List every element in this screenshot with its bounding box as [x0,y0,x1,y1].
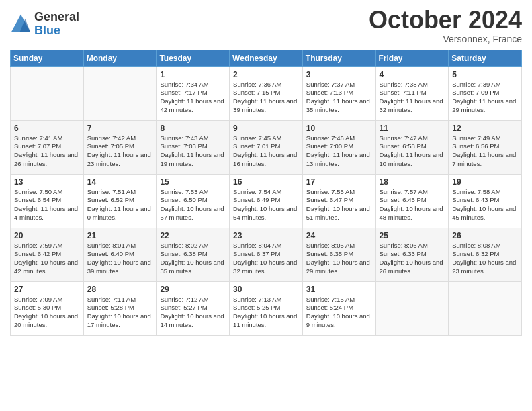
calendar-cell: 15Sunrise: 7:53 AM Sunset: 6:50 PM Dayli… [157,174,230,228]
calendar-header: Sunday Monday Tuesday Wednesday Thursday… [11,50,522,66]
day-info: Sunrise: 7:37 AM Sunset: 7:13 PM Dayligh… [306,81,372,115]
day-number: 22 [160,231,226,240]
logo: General Blue [10,11,79,38]
day-info: Sunrise: 7:34 AM Sunset: 7:17 PM Dayligh… [160,81,226,115]
day-number: 14 [87,177,153,187]
day-info: Sunrise: 7:39 AM Sunset: 7:09 PM Dayligh… [452,81,518,115]
day-info: Sunrise: 7:36 AM Sunset: 7:15 PM Dayligh… [233,81,299,115]
calendar-cell: 2Sunrise: 7:36 AM Sunset: 7:15 PM Daylig… [230,66,303,120]
calendar-cell: 13Sunrise: 7:50 AM Sunset: 6:54 PM Dayli… [11,174,84,228]
calendar-cell: 14Sunrise: 7:51 AM Sunset: 6:52 PM Dayli… [83,174,157,228]
day-info: Sunrise: 7:41 AM Sunset: 7:07 PM Dayligh… [14,134,80,169]
header-friday: Friday [375,50,449,66]
logo-blue-text: Blue [34,24,79,38]
day-number: 30 [233,285,299,294]
day-info: Sunrise: 7:53 AM Sunset: 6:50 PM Dayligh… [160,188,226,222]
logo-text: General Blue [34,11,79,38]
calendar-cell: 9Sunrise: 7:45 AM Sunset: 7:01 PM Daylig… [230,120,303,174]
day-info: Sunrise: 8:01 AM Sunset: 6:40 PM Dayligh… [87,242,153,276]
day-number: 25 [380,231,445,240]
day-number: 2 [233,70,299,79]
calendar-cell: 28Sunrise: 7:11 AM Sunset: 5:28 PM Dayli… [83,281,157,335]
calendar-week-2: 6Sunrise: 7:41 AM Sunset: 7:07 PM Daylig… [11,120,522,174]
day-number: 21 [87,231,153,240]
page: General Blue October 2024 Versonnex, Fra… [0,0,532,411]
day-number: 10 [306,124,372,133]
day-info: Sunrise: 7:59 AM Sunset: 6:42 PM Dayligh… [14,242,80,276]
header-wednesday: Wednesday [230,50,303,66]
calendar-cell: 3Sunrise: 7:37 AM Sunset: 7:13 PM Daylig… [302,66,375,120]
day-number: 5 [452,70,518,79]
title-section: October 2024 Versonnex, France [369,7,522,44]
calendar-cell [83,66,157,120]
day-info: Sunrise: 7:54 AM Sunset: 6:49 PM Dayligh… [233,188,299,222]
day-info: Sunrise: 7:47 AM Sunset: 6:58 PM Dayligh… [380,134,445,169]
day-info: Sunrise: 7:38 AM Sunset: 7:11 PM Dayligh… [380,81,445,115]
day-info: Sunrise: 7:15 AM Sunset: 5:24 PM Dayligh… [306,295,372,330]
day-info: Sunrise: 7:50 AM Sunset: 6:54 PM Dayligh… [14,188,80,222]
calendar-cell [375,281,449,335]
day-info: Sunrise: 7:43 AM Sunset: 7:03 PM Dayligh… [160,134,226,169]
day-info: Sunrise: 7:09 AM Sunset: 5:30 PM Dayligh… [14,295,80,330]
calendar-cell: 19Sunrise: 7:58 AM Sunset: 6:43 PM Dayli… [449,174,522,228]
day-number: 8 [160,124,226,133]
day-number: 28 [87,285,153,294]
day-info: Sunrise: 7:11 AM Sunset: 5:28 PM Dayligh… [87,295,153,330]
calendar-cell: 4Sunrise: 7:38 AM Sunset: 7:11 PM Daylig… [375,66,449,120]
calendar-cell: 7Sunrise: 7:42 AM Sunset: 7:05 PM Daylig… [83,120,157,174]
header-row: Sunday Monday Tuesday Wednesday Thursday… [11,50,522,66]
calendar-cell: 10Sunrise: 7:46 AM Sunset: 7:00 PM Dayli… [302,120,375,174]
calendar-week-3: 13Sunrise: 7:50 AM Sunset: 6:54 PM Dayli… [11,174,522,228]
day-number: 31 [306,285,372,294]
calendar-cell: 27Sunrise: 7:09 AM Sunset: 5:30 PM Dayli… [11,281,84,335]
calendar-cell: 22Sunrise: 8:02 AM Sunset: 6:38 PM Dayli… [157,228,230,281]
day-number: 17 [306,177,372,187]
calendar-cell: 11Sunrise: 7:47 AM Sunset: 6:58 PM Dayli… [375,120,449,174]
calendar-cell: 1Sunrise: 7:34 AM Sunset: 7:17 PM Daylig… [157,66,230,120]
day-number: 7 [87,124,153,133]
calendar-week-1: 1Sunrise: 7:34 AM Sunset: 7:17 PM Daylig… [11,66,522,120]
calendar-cell [11,66,84,120]
day-number: 24 [306,231,372,240]
calendar-cell: 12Sunrise: 7:49 AM Sunset: 6:56 PM Dayli… [449,120,522,174]
day-number: 29 [160,285,226,294]
header-monday: Monday [83,50,157,66]
calendar-cell: 29Sunrise: 7:12 AM Sunset: 5:27 PM Dayli… [157,281,230,335]
month-title: October 2024 [369,7,522,34]
day-info: Sunrise: 7:12 AM Sunset: 5:27 PM Dayligh… [160,295,226,330]
day-number: 12 [452,124,518,133]
calendar-table: Sunday Monday Tuesday Wednesday Thursday… [10,50,522,336]
day-number: 19 [452,177,518,187]
day-info: Sunrise: 7:57 AM Sunset: 6:45 PM Dayligh… [380,188,445,222]
day-info: Sunrise: 8:04 AM Sunset: 6:37 PM Dayligh… [233,242,299,276]
calendar-cell: 24Sunrise: 8:05 AM Sunset: 6:35 PM Dayli… [302,228,375,281]
day-number: 27 [14,285,80,294]
calendar-cell: 30Sunrise: 7:13 AM Sunset: 5:25 PM Dayli… [230,281,303,335]
header-tuesday: Tuesday [157,50,230,66]
day-info: Sunrise: 7:13 AM Sunset: 5:25 PM Dayligh… [233,295,299,330]
day-info: Sunrise: 7:55 AM Sunset: 6:47 PM Dayligh… [306,188,372,222]
location-subtitle: Versonnex, France [369,34,522,44]
day-number: 26 [452,231,518,240]
calendar-week-4: 20Sunrise: 7:59 AM Sunset: 6:42 PM Dayli… [11,228,522,281]
day-info: Sunrise: 7:45 AM Sunset: 7:01 PM Dayligh… [233,134,299,169]
day-number: 4 [380,70,445,79]
header-sunday: Sunday [11,50,84,66]
calendar-cell: 21Sunrise: 8:01 AM Sunset: 6:40 PM Dayli… [83,228,157,281]
generalblue-icon [10,13,32,35]
calendar-body: 1Sunrise: 7:34 AM Sunset: 7:17 PM Daylig… [11,66,522,335]
calendar-cell: 5Sunrise: 7:39 AM Sunset: 7:09 PM Daylig… [449,66,522,120]
day-number: 20 [14,231,80,240]
calendar-cell: 25Sunrise: 8:06 AM Sunset: 6:33 PM Dayli… [375,228,449,281]
day-number: 23 [233,231,299,240]
calendar-cell: 17Sunrise: 7:55 AM Sunset: 6:47 PM Dayli… [302,174,375,228]
calendar-cell: 6Sunrise: 7:41 AM Sunset: 7:07 PM Daylig… [11,120,84,174]
day-number: 9 [233,124,299,133]
calendar-week-5: 27Sunrise: 7:09 AM Sunset: 5:30 PM Dayli… [11,281,522,335]
day-number: 18 [380,177,445,187]
header-saturday: Saturday [449,50,522,66]
header: General Blue October 2024 Versonnex, Fra… [10,7,522,44]
day-info: Sunrise: 8:05 AM Sunset: 6:35 PM Dayligh… [306,242,372,276]
day-number: 16 [233,177,299,187]
calendar-cell [449,281,522,335]
